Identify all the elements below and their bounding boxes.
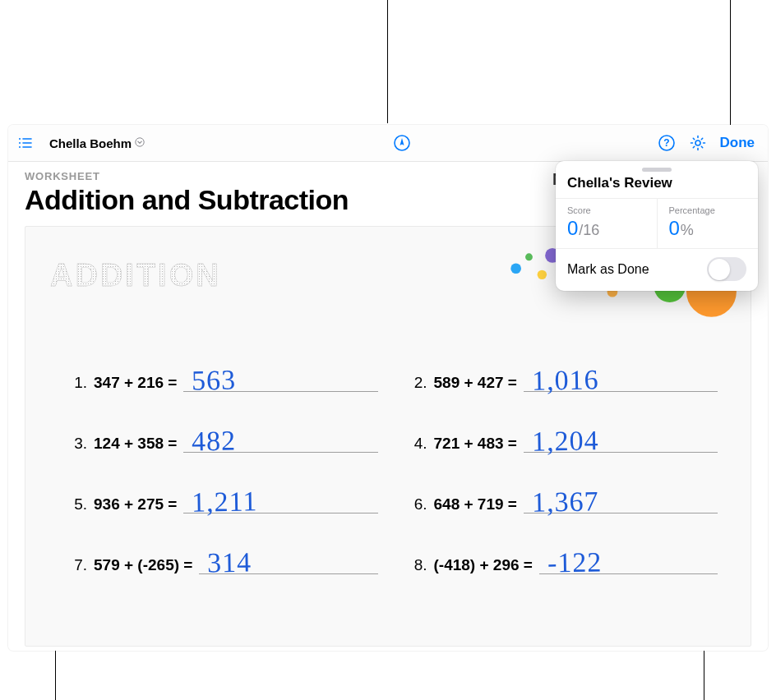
- handwritten-answer: 1,204: [532, 426, 599, 455]
- answer-line[interactable]: 1,016: [524, 366, 718, 392]
- answer-line[interactable]: 314: [199, 549, 377, 574]
- problem-expression: 648 + 719 =: [434, 495, 517, 513]
- answer-line[interactable]: 1,367: [524, 488, 718, 513]
- review-popover[interactable]: Chella's Review Score 0/16 Percentage 0%…: [556, 161, 758, 291]
- percentage-value: 0: [669, 217, 680, 240]
- problems: 1.347 + 216 =5633.124 + 358 =4825.936 + …: [71, 366, 718, 574]
- svg-point-10: [695, 140, 700, 145]
- lead-line: [387, 0, 388, 123]
- svg-point-1: [19, 142, 21, 144]
- problem-number: 8.: [411, 556, 427, 574]
- problem-number: 7.: [71, 556, 87, 574]
- mark-done-toggle[interactable]: [707, 257, 746, 281]
- svg-point-11: [510, 263, 521, 274]
- handwritten-answer: 563: [192, 366, 237, 395]
- svg-point-12: [525, 253, 533, 260]
- svg-point-0: [19, 138, 21, 140]
- percentage-label: Percentage: [669, 205, 747, 215]
- problem-row[interactable]: 7.579 + (-265) =314: [71, 549, 378, 574]
- score-total: /16: [579, 222, 599, 239]
- mark-done-row: Mark as Done: [556, 248, 758, 291]
- problem-expression: 589 + 427 =: [434, 374, 517, 392]
- score-value: 0: [567, 217, 578, 240]
- list-icon[interactable]: [13, 131, 38, 155]
- student-name-label: Chella Boehm: [49, 136, 132, 150]
- handwritten-answer: 314: [207, 549, 252, 578]
- problem-row[interactable]: 3.124 + 358 =482: [71, 427, 378, 453]
- svg-text:?: ?: [663, 137, 669, 149]
- app-root: Chella Boehm ?: [0, 0, 776, 700]
- done-button[interactable]: Done: [717, 131, 759, 154]
- answer-line[interactable]: 482: [183, 427, 377, 453]
- svg-point-6: [136, 138, 144, 146]
- problem-expression: 721 + 483 =: [434, 435, 517, 453]
- problem-number: 3.: [71, 435, 87, 453]
- review-scores: Score 0/16 Percentage 0%: [556, 198, 758, 248]
- problem-row[interactable]: 6.648 + 719 =1,367: [411, 488, 718, 513]
- problem-expression: 936 + 275 =: [94, 495, 177, 513]
- handwritten-answer: 482: [192, 427, 237, 456]
- section-title: ADDITION: [50, 258, 221, 293]
- problem-number: 5.: [71, 495, 87, 513]
- problem-row[interactable]: 8.(-418) + 296 =-122: [411, 549, 718, 574]
- chevron-down-icon: [135, 137, 145, 149]
- problem-expression: 347 + 216 =: [94, 374, 177, 392]
- problem-expression: 579 + (-265) =: [94, 556, 192, 574]
- problem-number: 6.: [411, 495, 427, 513]
- gear-icon[interactable]: [686, 131, 710, 155]
- handwritten-answer: -122: [547, 548, 603, 577]
- apple-pencil-icon[interactable]: [390, 131, 414, 155]
- percentage-cell[interactable]: Percentage 0%: [657, 199, 759, 248]
- percentage-unit: %: [681, 222, 694, 239]
- problem-number: 2.: [411, 374, 427, 392]
- student-dropdown[interactable]: Chella Boehm: [44, 133, 150, 154]
- handwritten-answer: 1,367: [532, 487, 599, 516]
- problem-row[interactable]: 5.936 + 275 =1,211: [71, 488, 378, 513]
- answer-line[interactable]: 1,211: [183, 488, 377, 513]
- score-label: Score: [567, 205, 645, 215]
- handwritten-answer: 1,016: [532, 366, 599, 394]
- mark-done-label: Mark as Done: [567, 262, 649, 277]
- problem-expression: 124 + 358 =: [94, 435, 177, 453]
- svg-point-2: [19, 146, 21, 148]
- answer-line[interactable]: 563: [183, 366, 377, 392]
- svg-point-13: [538, 270, 547, 279]
- toolbar: Chella Boehm ?: [8, 125, 768, 162]
- problem-row[interactable]: 2.589 + 427 =1,016: [411, 366, 718, 392]
- handwritten-answer: 1,211: [192, 487, 258, 516]
- help-icon[interactable]: ?: [654, 131, 679, 155]
- problem-row[interactable]: 4.721 + 483 =1,204: [411, 427, 718, 453]
- answer-line[interactable]: -122: [539, 549, 718, 574]
- grabber-handle[interactable]: [642, 168, 672, 172]
- problem-number: 4.: [411, 435, 427, 453]
- device-frame: Chella Boehm ?: [8, 125, 768, 651]
- problem-expression: (-418) + 296 =: [434, 556, 533, 574]
- answer-line[interactable]: 1,204: [524, 427, 718, 453]
- problem-number: 1.: [71, 374, 87, 392]
- problem-row[interactable]: 1.347 + 216 =563: [71, 366, 378, 392]
- score-cell[interactable]: Score 0/16: [556, 199, 657, 248]
- review-title: Chella's Review: [556, 175, 758, 198]
